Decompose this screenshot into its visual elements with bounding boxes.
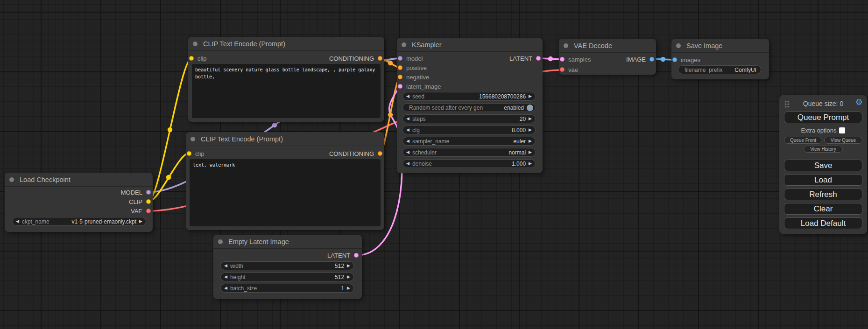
increment-arrow-icon[interactable] xyxy=(347,286,350,290)
scheduler-widget[interactable]: scheduler normal xyxy=(402,148,536,157)
output-slot-conditioning[interactable]: CONDITIONING xyxy=(329,54,382,63)
collapse-dot-icon[interactable] xyxy=(218,239,223,244)
input-slot-positive[interactable]: positive xyxy=(398,63,427,72)
collapse-dot-icon[interactable] xyxy=(676,43,681,48)
node-clip-text-encode-negative[interactable]: CLIP Text Encode (Prompt) clip CONDITION… xyxy=(186,132,384,230)
widget-value[interactable]: 20 xyxy=(520,116,526,122)
widget-value[interactable]: 1 xyxy=(341,285,344,292)
clip-port-icon[interactable] xyxy=(187,151,191,156)
filename-prefix-widget[interactable]: filename_prefix ComfyUI xyxy=(678,65,761,74)
conditioning-port-icon[interactable] xyxy=(378,151,382,156)
vae-port-icon[interactable] xyxy=(560,67,565,72)
widget-value[interactable]: euler xyxy=(513,138,526,145)
widget-value[interactable]: ComfyUI xyxy=(734,67,756,73)
prompt-text-area[interactable]: beautiful scenery nature glass bottle la… xyxy=(192,64,381,118)
decrement-arrow-icon[interactable] xyxy=(224,286,227,290)
collapse-dot-icon[interactable] xyxy=(402,42,406,47)
prompt-text-area[interactable]: text, watermark xyxy=(190,159,381,226)
conditioning-port-icon[interactable] xyxy=(398,65,402,70)
conditioning-port-icon[interactable] xyxy=(398,75,402,79)
queue-prompt-button[interactable]: Queue Prompt xyxy=(784,112,862,123)
node-empty-latent-image[interactable]: Empty Latent Image LATENT width 512 heig… xyxy=(213,235,362,299)
extra-options-checkbox[interactable] xyxy=(839,127,845,133)
collapse-dot-icon[interactable] xyxy=(193,42,198,46)
decrement-arrow-icon[interactable] xyxy=(16,219,19,224)
seed-widget[interactable]: seed 156680208700286 xyxy=(402,92,536,101)
increment-arrow-icon[interactable] xyxy=(347,275,350,279)
node-vae-decode[interactable]: VAE Decode samples vae IMAGE xyxy=(559,39,656,75)
latent-port-icon[interactable] xyxy=(536,56,541,61)
decrement-arrow-icon[interactable] xyxy=(224,275,227,279)
input-slot-images[interactable]: images xyxy=(672,56,700,64)
collapse-dot-icon[interactable] xyxy=(191,137,195,141)
increment-arrow-icon[interactable] xyxy=(529,128,532,132)
vae-port-icon[interactable] xyxy=(146,209,151,213)
sampler-name-widget[interactable]: sampler_name euler xyxy=(402,137,536,146)
clear-button[interactable]: Clear xyxy=(784,203,862,215)
node-save-image[interactable]: Save Image images filename_prefix ComfyU… xyxy=(671,39,769,79)
queue-front-button[interactable]: Queue Front xyxy=(784,137,822,144)
latent-port-icon[interactable] xyxy=(398,84,402,89)
input-slot-clip[interactable]: clip xyxy=(187,149,205,158)
decrement-arrow-icon[interactable] xyxy=(406,94,409,98)
latent-port-icon[interactable] xyxy=(354,253,359,258)
input-slot-latent-image[interactable]: latent_image xyxy=(398,82,441,91)
decrement-arrow-icon[interactable] xyxy=(406,150,409,154)
denoise-widget[interactable]: denoise 1.000 xyxy=(402,159,536,168)
input-slot-clip[interactable]: clip xyxy=(189,54,207,63)
output-slot-clip[interactable]: CLIP xyxy=(129,197,151,206)
widget-value[interactable]: 156680208700286 xyxy=(479,93,526,100)
output-slot-latent[interactable]: LATENT xyxy=(327,251,359,259)
latent-port-icon[interactable] xyxy=(560,57,565,62)
load-default-button[interactable]: Load Default xyxy=(784,217,862,229)
input-slot-model[interactable]: model xyxy=(398,54,423,63)
increment-arrow-icon[interactable] xyxy=(529,161,532,166)
ckpt-name-widget[interactable]: ckpt_name v1-5-pruned-emaonly.ckpt xyxy=(12,217,146,226)
load-button[interactable]: Load xyxy=(784,174,862,186)
widget-value[interactable]: 512 xyxy=(335,274,344,280)
image-port-icon[interactable] xyxy=(649,57,654,62)
input-slot-vae[interactable]: vae xyxy=(560,65,578,74)
steps-widget[interactable]: steps 20 xyxy=(402,114,536,123)
collapse-dot-icon[interactable] xyxy=(9,177,14,182)
batch-size-widget[interactable]: batch_size 1 xyxy=(220,284,354,293)
collapse-dot-icon[interactable] xyxy=(564,43,568,48)
height-widget[interactable]: height 512 xyxy=(220,273,354,281)
decrement-arrow-icon[interactable] xyxy=(406,117,409,121)
image-port-icon[interactable] xyxy=(672,57,677,62)
increment-arrow-icon[interactable] xyxy=(529,117,532,121)
clip-port-icon[interactable] xyxy=(189,56,194,61)
increment-arrow-icon[interactable] xyxy=(529,94,532,98)
input-slot-samples[interactable]: samples xyxy=(560,55,591,63)
conditioning-port-icon[interactable] xyxy=(378,56,382,61)
node-clip-text-encode-positive[interactable]: CLIP Text Encode (Prompt) clip CONDITION… xyxy=(188,37,384,122)
widget-value[interactable]: 8.000 xyxy=(512,127,526,133)
decrement-arrow-icon[interactable] xyxy=(406,139,409,143)
cfg-widget[interactable]: cfg 8.000 xyxy=(402,126,536,134)
widget-value[interactable]: 1.000 xyxy=(512,161,526,167)
widget-value[interactable]: 512 xyxy=(335,263,344,269)
view-history-button[interactable]: View History xyxy=(804,146,843,153)
node-title-bar[interactable]: VAE Decode xyxy=(559,39,656,53)
node-graph-canvas[interactable]: Load Checkpoint MODEL CLIP VAE ckpt_name… xyxy=(0,0,868,329)
node-load-checkpoint[interactable]: Load Checkpoint MODEL CLIP VAE ckpt_name… xyxy=(5,173,153,232)
model-port-icon[interactable] xyxy=(146,190,151,195)
node-title-bar[interactable]: CLIP Text Encode (Prompt) xyxy=(188,37,384,51)
output-slot-vae[interactable]: VAE xyxy=(131,207,151,215)
output-slot-model[interactable]: MODEL xyxy=(121,188,151,196)
output-slot-conditioning[interactable]: CONDITIONING xyxy=(329,149,382,158)
decrement-arrow-icon[interactable] xyxy=(406,128,409,132)
input-slot-negative[interactable]: negative xyxy=(398,73,429,81)
clip-port-icon[interactable] xyxy=(146,199,151,204)
decrement-arrow-icon[interactable] xyxy=(224,264,227,268)
toggle-knob-icon[interactable] xyxy=(527,105,533,111)
gear-icon[interactable] xyxy=(855,98,863,106)
increment-arrow-icon[interactable] xyxy=(347,264,350,268)
widget-value[interactable]: v1-5-pruned-emaonly.ckpt xyxy=(72,218,137,225)
node-title-bar[interactable]: Load Checkpoint xyxy=(5,173,153,187)
increment-arrow-icon[interactable] xyxy=(529,150,532,154)
model-port-icon[interactable] xyxy=(398,56,402,61)
node-title-bar[interactable]: Save Image xyxy=(671,39,769,53)
output-slot-latent[interactable]: LATENT xyxy=(509,54,541,63)
output-slot-image[interactable]: IMAGE xyxy=(626,55,654,63)
